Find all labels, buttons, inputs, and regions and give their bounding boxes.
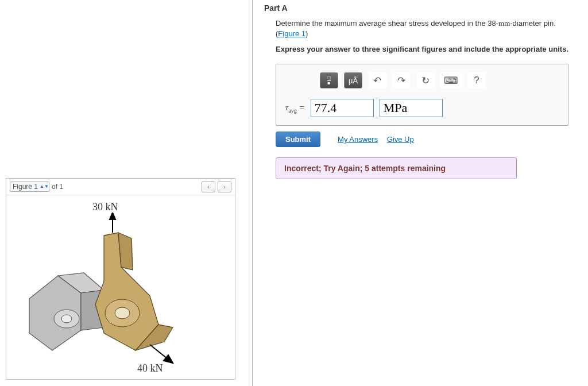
figure-selector[interactable]: Figure 1 ▲▼: [10, 182, 49, 192]
figure-of: of 1: [52, 183, 63, 191]
svg-point-3: [115, 307, 130, 319]
answer-toolbar: □■ µÅ ↶ ↷ ↻ ⌨ ?: [320, 72, 559, 88]
submit-button[interactable]: Submit: [276, 132, 320, 147]
my-answers-link[interactable]: My Answers: [338, 135, 378, 144]
tau-symbol: τavg =: [285, 103, 305, 114]
figure-name: Figure 1: [13, 183, 38, 191]
unit-input[interactable]: [380, 99, 443, 117]
answer-instruction: Express your answer to three significant…: [276, 45, 588, 53]
feedback-message: Incorrect; Try Again; 5 attempts remaini…: [276, 157, 517, 179]
figure-link[interactable]: Figure 1: [278, 29, 305, 38]
undo-button[interactable]: ↶: [368, 72, 386, 88]
figure-body: 30 kN: [6, 195, 235, 379]
give-up-link[interactable]: Give Up: [387, 135, 414, 144]
figure-header: Figure 1 ▲▼ of 1 ‹ ›: [6, 179, 235, 195]
value-input[interactable]: [311, 99, 374, 117]
svg-marker-5: [110, 213, 115, 219]
answer-block: □■ µÅ ↶ ↷ ↻ ⌨ ? τavg =: [276, 64, 568, 126]
action-row: Submit My Answers Give Up: [276, 132, 588, 147]
figure-next-button[interactable]: ›: [218, 181, 231, 192]
svg-point-1: [61, 315, 72, 323]
force-label-top: 30 kN: [92, 201, 118, 213]
fraction-tool-button[interactable]: □■: [320, 72, 338, 88]
updown-icon: ▲▼: [40, 185, 47, 188]
part-title: Part A: [264, 3, 588, 13]
figure-prev-button[interactable]: ‹: [202, 181, 215, 192]
force-label-bottom: 40 kN: [137, 362, 163, 375]
figure-panel: Figure 1 ▲▼ of 1 ‹ › 30 kN: [6, 178, 235, 380]
reset-button[interactable]: ↻: [416, 72, 435, 88]
keyboard-button[interactable]: ⌨: [440, 72, 462, 88]
question-prompt: Determine the maximum average shear stre…: [276, 18, 588, 39]
help-button[interactable]: ?: [467, 72, 486, 88]
redo-button[interactable]: ↷: [392, 72, 411, 88]
mechanical-diagram: [18, 213, 202, 379]
answer-input-row: τavg =: [285, 99, 559, 117]
units-tool-button[interactable]: µÅ: [344, 72, 362, 88]
